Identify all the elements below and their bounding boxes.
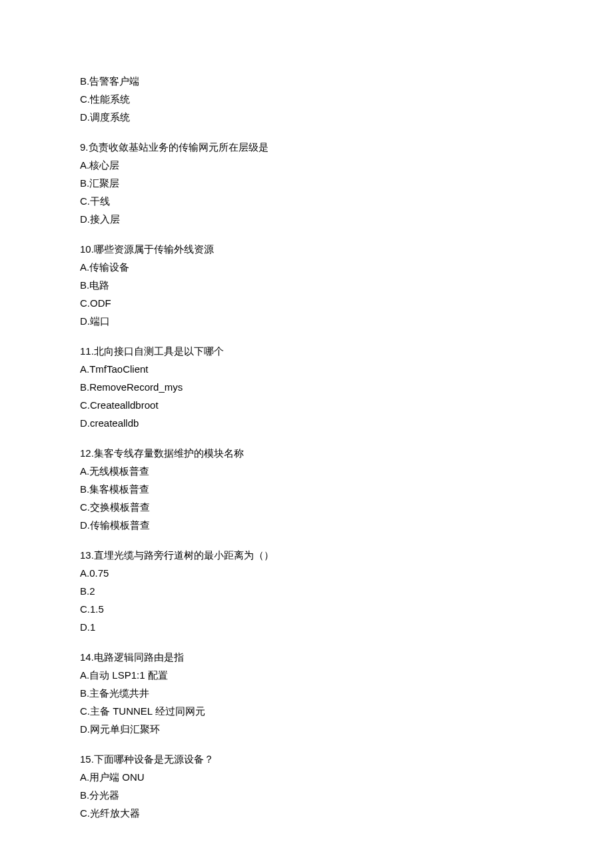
option-text: D.接入层 <box>80 210 533 228</box>
option-text: C.Createalldbroot <box>80 396 533 414</box>
question-11: 11.北向接口自测工具是以下哪个 A.TmfTaoClient B.Remove… <box>80 342 533 432</box>
question-12: 12.集客专线存量数据维护的模块名称 A.无线模板普查 B.集客模板普查 C.交… <box>80 444 533 534</box>
question-text: 11.北向接口自测工具是以下哪个 <box>80 342 533 360</box>
option-text: A.TmfTaoClient <box>80 360 533 378</box>
question-text: 14.电路逻辑同路由是指 <box>80 648 533 666</box>
question-text: 10.哪些资源属于传输外线资源 <box>80 240 533 258</box>
question-13: 13.直埋光缆与路旁行道树的最小距离为（） A.0.75 B.2 C.1.5 D… <box>80 546 533 636</box>
option-text: B.电路 <box>80 276 533 294</box>
question-text: 13.直埋光缆与路旁行道树的最小距离为（） <box>80 546 533 564</box>
option-text: A.0.75 <box>80 564 533 582</box>
option-text: B.RemoveRecord_mys <box>80 378 533 396</box>
question-text: 12.集客专线存量数据维护的模块名称 <box>80 444 533 462</box>
option-text: B.汇聚层 <box>80 174 533 192</box>
question-text: 15.下面哪种设备是无源设备？ <box>80 750 533 768</box>
option-text: C.主备 TUNNEL 经过同网元 <box>80 702 533 720</box>
option-text: C.ODF <box>80 294 533 312</box>
question-text: 9.负责收敛基站业务的传输网元所在层级是 <box>80 138 533 156</box>
option-text: C.干线 <box>80 192 533 210</box>
option-text: D.网元单归汇聚环 <box>80 720 533 738</box>
option-text: A.核心层 <box>80 156 533 174</box>
option-text: A.无线模板普查 <box>80 462 533 480</box>
option-text: C.性能系统 <box>80 90 533 108</box>
option-text: B.告警客户端 <box>80 72 533 90</box>
option-text: D.1 <box>80 618 533 636</box>
option-text: B.主备光缆共井 <box>80 684 533 702</box>
option-text: A.自动 LSP1:1 配置 <box>80 666 533 684</box>
pre-options-block: B.告警客户端 C.性能系统 D.调度系统 <box>80 72 533 126</box>
option-text: B.分光器 <box>80 786 533 804</box>
question-15: 15.下面哪种设备是无源设备？ A.用户端 ONU B.分光器 C.光纤放大器 <box>80 750 533 822</box>
option-text: B.2 <box>80 582 533 600</box>
option-text: A.用户端 ONU <box>80 768 533 786</box>
option-text: B.集客模板普查 <box>80 480 533 498</box>
option-text: C.交换模板普查 <box>80 498 533 516</box>
question-10: 10.哪些资源属于传输外线资源 A.传输设备 B.电路 C.ODF D.端口 <box>80 240 533 330</box>
question-14: 14.电路逻辑同路由是指 A.自动 LSP1:1 配置 B.主备光缆共井 C.主… <box>80 648 533 738</box>
option-text: C.1.5 <box>80 600 533 618</box>
question-9: 9.负责收敛基站业务的传输网元所在层级是 A.核心层 B.汇聚层 C.干线 D.… <box>80 138 533 228</box>
option-text: A.传输设备 <box>80 258 533 276</box>
option-text: D.调度系统 <box>80 108 533 126</box>
option-text: C.光纤放大器 <box>80 804 533 822</box>
option-text: D.传输模板普查 <box>80 516 533 534</box>
option-text: D.端口 <box>80 312 533 330</box>
option-text: D.createalldb <box>80 414 533 432</box>
